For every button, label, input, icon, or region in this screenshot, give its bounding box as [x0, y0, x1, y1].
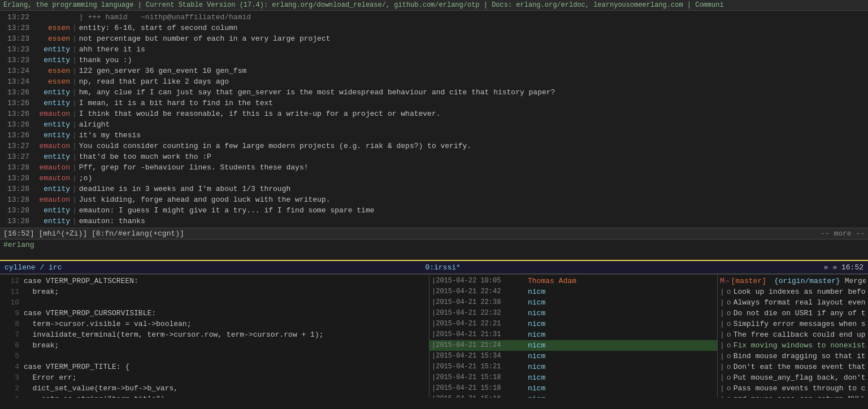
git-date: |2015-04-21 15:34: [432, 351, 528, 362]
chat-msg: 122 gen_server 36 gen_event 10 gen_fsm: [79, 66, 866, 76]
git-date: |2015-04-21 15:18: [432, 383, 528, 394]
commit-message: cmd_mouse_pane can return NULL, check fo…: [734, 394, 866, 398]
chat-line: 13:26 entity | it's my thesis: [0, 130, 868, 141]
commit-line: | o Simplify error messages when socket …: [718, 319, 868, 329]
line-number: 7: [2, 329, 19, 340]
commit-bullet: o: [727, 308, 731, 319]
commit-bar: |: [720, 394, 724, 398]
chat-line: 13:26 entity | alright: [0, 119, 868, 130]
commit-bar: |: [720, 383, 724, 394]
chat-msg: ahh there it is: [79, 44, 866, 55]
git-line: |2015-04-21 22:21 nicm: [429, 319, 717, 329]
command-bar: #erlang: [0, 240, 868, 250]
line-number: 12: [2, 276, 19, 286]
chat-line: 13:26 entity | hm, any clue if I can jus…: [0, 87, 868, 98]
code-line: 11 break;: [0, 286, 429, 297]
git-author: nicm: [528, 329, 573, 340]
chat-line: 13:28 emauton | Pff, grep for -behaviour…: [0, 162, 868, 173]
commit-line: | o Always format real layout even when …: [718, 297, 868, 308]
chat-nick: entity: [31, 44, 70, 55]
commit-message: Always format real layout even when zoom…: [734, 297, 866, 308]
commit-line: | o Do not die on USR1 if any of the soc…: [718, 308, 868, 319]
commit-line: | o Put mouse_any_flag back, don't know …: [718, 372, 868, 383]
code-text: case VTERM_PROP_CURSORVISIBLE:: [24, 308, 156, 319]
merge-marker: M→: [720, 276, 729, 286]
chat-time: 13:27: [2, 141, 29, 151]
chat-msg: I mean, it is a bit hard to find in the …: [79, 98, 866, 108]
code-line: 1 cstr_as_string("term_title"),: [0, 394, 429, 398]
chat-nick: entity: [31, 119, 70, 130]
chat-time: 13:28: [2, 173, 29, 184]
git-author: nicm: [528, 383, 573, 394]
code-line: 4 case VTERM_PROP_TITLE: {: [0, 362, 429, 372]
git-pane: |2015-04-22 10:05 Thomas Adam |2015-04-2…: [429, 275, 718, 398]
code-text: invalidate_terminal(term, term->cursor.r…: [24, 329, 324, 340]
status-text: [16:52] [mhi^(+Zi)] [8:fn/#erlang(+cgnt)…: [3, 229, 184, 238]
commit-bar: |: [720, 372, 724, 383]
code-line: 12 case VTERM_PROP_ALTSCREEN:: [0, 276, 429, 286]
git-line: |2015-04-21 15:16 nicm: [429, 394, 717, 398]
git-date: |2015-04-21 21:24: [432, 340, 528, 351]
git-date: |2015-04-21 15:16: [432, 394, 528, 398]
commit-bar: |: [720, 340, 724, 351]
chat-msg: | +++ hamid ~nithp@unaffiliated/hamid: [79, 12, 866, 23]
line-number: 11: [2, 286, 19, 297]
chat-nick: emauton: [31, 194, 70, 205]
code-text: Error err;: [24, 372, 77, 383]
chat-msg: not percentage but number of each in a v…: [79, 33, 866, 44]
git-line: |2015-04-21 21:24 nicm: [429, 340, 717, 351]
chat-time: 13:22: [2, 12, 29, 23]
commit-message: Do not die on USR1 if any of the socket …: [734, 308, 866, 319]
commit-bullet: o: [727, 362, 731, 372]
chat-msg: Pff, grep for -behaviour lines. Students…: [79, 162, 866, 173]
commit-message: Don't eat the mouse event that triggers …: [734, 362, 866, 372]
command-text: #erlang: [3, 241, 34, 249]
chat-nick: emauton: [31, 141, 70, 151]
chat-msg: emauton: I guess I might give it a try..…: [79, 205, 866, 216]
git-date: |2015-04-21 22:32: [432, 308, 528, 319]
commit-line: M→ [master] {origin/master} Merge: [718, 276, 868, 286]
topic-text: Erlang, the programming language | Curre…: [3, 1, 724, 9]
code-pane: 12 case VTERM_PROP_ALTSCREEN: 11 break; …: [0, 275, 429, 398]
commit-bullet: o: [727, 394, 731, 398]
chat-area: 13:22 | +++ hamid ~nithp@unaffiliated/ha…: [0, 11, 868, 228]
git-line: |2015-04-22 10:05 Thomas Adam: [429, 276, 717, 286]
chat-line: 13:24 essen | np, read that part like 2 …: [0, 76, 868, 87]
chat-msg: Just kidding, forge ahead and good luck …: [79, 194, 866, 205]
commit-line: | o Fix moving windows to nonexistent in…: [718, 340, 868, 351]
commit-pane: M→ [master] {origin/master} Merge | o Lo…: [718, 275, 868, 398]
git-date: |2015-04-21 22:21: [432, 319, 528, 329]
git-date: |2015-04-21 15:18: [432, 372, 528, 383]
chat-nick: entity: [31, 184, 70, 194]
git-line: |2015-04-21 15:34 nicm: [429, 351, 717, 362]
commit-line: | o Bind mouse dragging so that it is pa…: [718, 351, 868, 362]
commit-bar: |: [720, 297, 724, 308]
chat-line: 13:23 essen | entity: 6-16, start of sec…: [0, 23, 868, 33]
master-tag: [master]: [731, 276, 766, 286]
commit-bar: |: [720, 286, 724, 297]
chat-time: 13:23: [2, 55, 29, 66]
chat-line: 13:28 entity | deadline is in 3 weeks an…: [0, 184, 868, 194]
chat-msg: deadline is in 3 weeks and I'm about 1/3…: [79, 184, 866, 194]
chat-msg: I think that would be reasonable, if thi…: [79, 108, 866, 119]
git-author: nicm: [528, 297, 573, 308]
chat-nick: emauton: [31, 162, 70, 173]
commit-line: | o Look up indexes as number before nam…: [718, 286, 868, 297]
chat-line: 13:26 entity | I mean, it is a bit hard …: [0, 98, 868, 108]
line-number: 10: [2, 297, 19, 308]
line-number: 4: [2, 362, 19, 372]
taskbar-center[interactable]: 0:irssi*: [425, 263, 460, 272]
commit-message: Bind mouse dragging so that it is passed…: [734, 351, 866, 362]
commit-bullet: o: [727, 351, 731, 362]
git-author: nicm: [528, 351, 573, 362]
code-line: 2 dict_set_value(term->buf->b_vars,: [0, 383, 429, 394]
chat-line: 13:24 essen | 122 gen_server 36 gen_even…: [0, 66, 868, 76]
chat-line: 13:27 entity | that'd be too much work t…: [0, 151, 868, 162]
taskbar-left[interactable]: cyllene / irc: [5, 263, 62, 272]
chat-time: 13:26: [2, 87, 29, 98]
chat-line: 13:22 | +++ hamid ~nithp@unaffiliated/ha…: [0, 12, 868, 23]
chat-time: 13:28: [2, 216, 29, 227]
commit-bullet: o: [727, 340, 731, 351]
topic-bar: Erlang, the programming language | Curre…: [0, 0, 868, 11]
origin-tags: {origin/master}: [774, 276, 840, 286]
